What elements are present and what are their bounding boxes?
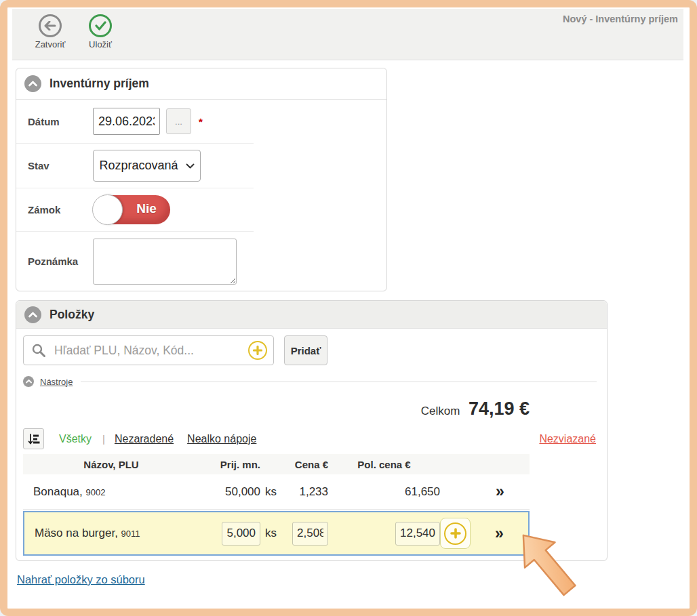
lock-toggle-value: Nie <box>125 201 167 216</box>
toggle-knob-icon <box>92 194 123 225</box>
filter-uncategorized[interactable]: Nezaradené <box>115 433 174 445</box>
plus-icon <box>444 522 466 545</box>
items-header: Položky <box>16 301 607 329</box>
close-button-label: Zatvoriť <box>28 39 72 49</box>
add-row-button[interactable] <box>440 518 471 549</box>
status-label: Stav <box>28 160 93 171</box>
status-select[interactable]: Rozpracovaná <box>93 150 201 182</box>
quick-add-icon[interactable] <box>248 341 267 360</box>
item-total-price: 61,650 <box>328 485 440 499</box>
receipt-form-header: Inventúrny príjem <box>16 68 386 100</box>
sort-button[interactable] <box>23 428 44 449</box>
chevron-down-icon <box>186 163 195 169</box>
total-label: Celkom <box>421 405 460 417</box>
items-title: Položky <box>49 308 94 322</box>
filter-soft-drinks[interactable]: Nealko nápoje <box>187 433 256 445</box>
item-plu: 9011 <box>121 529 140 539</box>
header-item-price: Pol. cena € <box>328 459 440 470</box>
qty-input[interactable] <box>222 522 260 546</box>
item-name-text: Mäso na burger, <box>35 527 118 539</box>
date-row: Dátum ... * <box>16 100 254 144</box>
item-total-cell <box>328 522 440 546</box>
tools-divider <box>81 382 597 382</box>
item-price: 1,233 <box>291 485 328 499</box>
filter-divider: | <box>102 433 105 445</box>
item-qty-cell <box>199 522 260 546</box>
tools-chevron-icon[interactable] <box>23 376 34 387</box>
search-icon <box>31 343 46 358</box>
save-button-label: Uložiť <box>79 39 122 49</box>
lock-row: Zámok Nie <box>16 188 254 232</box>
note-textarea[interactable] <box>93 239 237 285</box>
note-label: Poznámka <box>28 255 93 267</box>
page-title: Nový - Inventúrny príjem <box>563 14 678 24</box>
search-input[interactable] <box>53 343 248 358</box>
note-row: Poznámka <box>16 232 254 291</box>
items-table: Názov, PLU Prij. mn. Cena € Pol. cena € … <box>23 454 530 556</box>
table-row: Bonaqua, 9002 50,000 ks 1,233 61,650 » <box>23 474 530 510</box>
item-unit: ks <box>260 485 291 499</box>
search-row: Pridať <box>23 335 607 365</box>
item-qty: 50,000 <box>199 485 260 499</box>
back-arrow-icon <box>39 14 62 37</box>
filter-row: Všetky | Nezaradené Nealko nápoje Nezvia… <box>23 428 596 449</box>
expand-row-icon[interactable]: » <box>471 526 528 541</box>
item-price-input[interactable] <box>395 522 440 546</box>
price-input[interactable] <box>292 522 328 546</box>
lock-label: Zámok <box>28 204 93 215</box>
table-header-row: Názov, PLU Prij. mn. Cena € Pol. cena € <box>23 454 530 474</box>
receipt-form-panel: Inventúrny príjem Dátum ... * Stav Rozpr… <box>16 68 387 291</box>
item-price-cell <box>291 522 328 546</box>
plus-cell <box>440 518 471 549</box>
item-name: Mäso na burger, 9011 <box>24 527 199 540</box>
tools-row: Nástroje <box>23 376 597 387</box>
total-value: 74,19 € <box>469 398 530 419</box>
close-button[interactable]: Zatvoriť <box>28 14 72 49</box>
total-row: Celkom 74,19 € <box>16 398 607 419</box>
item-name: Bonaqua, 9002 <box>23 485 199 499</box>
item-name-text: Bonaqua, <box>33 485 83 498</box>
header-name: Názov, PLU <box>23 459 199 470</box>
header-price: Cena € <box>291 459 328 470</box>
add-item-button[interactable]: Pridať <box>284 335 327 365</box>
toolbar: Zatvoriť Uložiť Nový - Inventúrny príjem <box>12 9 683 60</box>
items-panel: Položky Pridať Nástroje Celkom 74,19 € <box>16 300 608 561</box>
receipt-form-title: Inventúrny príjem <box>49 77 149 91</box>
save-button[interactable]: Uložiť <box>79 14 122 49</box>
collapse-chevron-icon[interactable] <box>24 306 41 323</box>
date-picker-button[interactable]: ... <box>166 108 191 134</box>
upload-items-link[interactable]: Nahrať položky zo súboru <box>17 573 145 586</box>
search-box <box>23 335 274 365</box>
collapse-chevron-icon[interactable] <box>24 75 41 92</box>
item-plu: 9002 <box>86 487 106 497</box>
expand-row-icon[interactable]: » <box>471 484 530 499</box>
table-row-highlighted[interactable]: Mäso na burger, 9011 ks » <box>23 511 530 556</box>
sort-icon <box>28 433 40 445</box>
tools-link[interactable]: Nástroje <box>40 377 73 387</box>
status-value: Rozpracovaná <box>99 159 178 173</box>
check-icon <box>89 14 112 37</box>
filter-all[interactable]: Všetky <box>59 433 92 445</box>
filter-unlinked[interactable]: Nezviazané <box>539 433 596 445</box>
item-unit: ks <box>260 527 291 540</box>
date-label: Dátum <box>28 116 93 127</box>
lock-toggle[interactable]: Nie <box>93 195 170 224</box>
status-row: Stav Rozpracovaná <box>16 144 254 188</box>
date-input[interactable] <box>93 108 160 135</box>
required-marker: * <box>199 116 203 127</box>
header-qty: Prij. mn. <box>199 459 260 470</box>
